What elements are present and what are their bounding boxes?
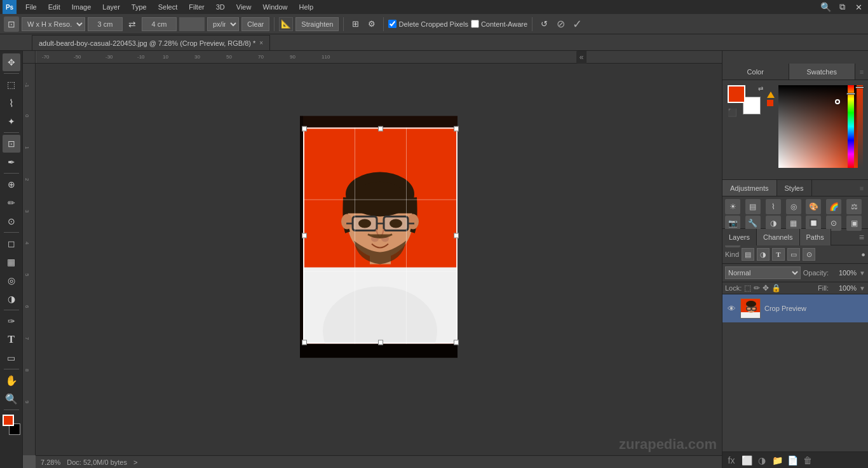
pen-tool[interactable]: ✑	[3, 312, 20, 330]
clear-button[interactable]: Clear	[241, 17, 269, 31]
web-safe-warning[interactable]	[767, 100, 775, 106]
resize-icon[interactable]: ⧉	[835, 0, 849, 14]
adj-exposure[interactable]: ◎	[786, 199, 801, 214]
alpha-slider[interactable]	[857, 85, 863, 168]
filter-vector-icon[interactable]: ▭	[787, 248, 800, 261]
document-tab[interactable]: adult-beard-boy-casual-220453.jpg @ 7.28…	[32, 35, 270, 50]
filter-text-icon[interactable]: T	[772, 248, 785, 261]
delete-cropped-checkbox[interactable]: Delete Cropped Pixels	[388, 20, 468, 28]
adj-panel-menu[interactable]: ≡	[855, 180, 868, 196]
settings-icon[interactable]: ⚙	[365, 17, 379, 31]
lock-position-icon[interactable]: ✥	[763, 284, 769, 292]
menu-image[interactable]: Image	[67, 2, 97, 12]
resolution-input[interactable]	[179, 17, 205, 31]
unit-select[interactable]: px/in	[207, 17, 239, 31]
fill-value[interactable]: 100%	[831, 284, 857, 292]
crop-tool[interactable]: ⊡	[3, 135, 20, 153]
tab-layers[interactable]: Layers	[722, 229, 757, 245]
layer-visibility-icon[interactable]: 👁	[726, 303, 736, 313]
color-saturation-brightness[interactable]	[778, 85, 858, 168]
confirm-icon[interactable]: ✓	[570, 17, 584, 31]
dodge-tool[interactable]: ◑	[3, 290, 20, 308]
eyedropper-tool[interactable]: ✒	[3, 153, 20, 171]
lock-transparent-icon[interactable]: ⬚	[744, 284, 751, 292]
bg-color-box[interactable]	[743, 97, 761, 114]
straighten-icon[interactable]: 📐	[279, 17, 293, 31]
layer-delete-icon[interactable]: 🗑	[801, 454, 814, 467]
content-aware-checkbox[interactable]: Content-Aware	[471, 20, 527, 28]
canvas-area[interactable]: -70 -50 -30 -10 10 30 50 70 90 110 -1 0 …	[23, 51, 722, 468]
fg-color-swatch[interactable]	[3, 415, 14, 426]
layer-new-icon[interactable]: 📄	[786, 454, 799, 467]
adj-curves[interactable]: ⌇	[766, 199, 781, 214]
gamut-warning[interactable]	[767, 92, 775, 98]
adj-brightness[interactable]: ☀	[725, 199, 740, 214]
menu-3d[interactable]: 3D	[211, 2, 230, 12]
grid-icon[interactable]: ⊞	[348, 17, 362, 31]
layers-panel-menu[interactable]: ≡	[855, 232, 868, 242]
adj-levels[interactable]: ▤	[745, 199, 761, 214]
adj-hsl[interactable]: 🌈	[826, 199, 841, 214]
preset-select[interactable]: W x H x Reso...	[22, 17, 85, 31]
swap-colors-icon[interactable]: ⇄	[758, 85, 763, 92]
menu-edit[interactable]: Edit	[43, 2, 65, 12]
tab-adjustments[interactable]: Adjustments	[722, 180, 777, 196]
hand-tool[interactable]: ✋	[3, 371, 20, 389]
color-picker[interactable]	[778, 85, 863, 174]
menu-type[interactable]: Type	[126, 2, 152, 12]
menu-layer[interactable]: Layer	[97, 2, 125, 12]
close-icon[interactable]: ✕	[851, 0, 865, 14]
opacity-value[interactable]: 100%	[831, 269, 857, 277]
swap-dimensions-icon[interactable]: ⇄	[125, 17, 139, 31]
move-tool[interactable]: ✥	[3, 53, 20, 71]
shape-tool[interactable]: ▭	[3, 349, 20, 367]
marquee-tool[interactable]: ⬚	[3, 76, 20, 93]
straighten-button[interactable]: Straighten	[295, 17, 339, 31]
lasso-tool[interactable]: ⌇	[3, 94, 20, 112]
lock-paint-icon[interactable]: ✏	[754, 284, 760, 292]
menu-filter[interactable]: Filter	[184, 2, 209, 12]
tab-close-btn[interactable]: ×	[259, 39, 263, 46]
width-input[interactable]	[88, 17, 123, 31]
layer-adj-icon[interactable]: ◑	[756, 454, 768, 467]
tab-paths[interactable]: Paths	[800, 229, 831, 245]
layer-fx-icon[interactable]: fx	[725, 454, 738, 467]
brush-tool[interactable]: ✏	[3, 194, 20, 212]
blur-tool[interactable]: ◎	[3, 272, 20, 289]
color-panel-menu[interactable]: ≡	[855, 64, 868, 79]
opacity-arrow[interactable]: ▼	[859, 270, 865, 277]
filter-smart-icon[interactable]: ⊙	[803, 248, 815, 261]
reset-icon[interactable]: ↺	[537, 17, 551, 31]
menu-help[interactable]: Help	[294, 2, 319, 12]
menu-file[interactable]: File	[20, 2, 42, 12]
clone-tool[interactable]: ⊙	[3, 212, 20, 230]
text-tool[interactable]: T	[3, 331, 20, 348]
doc-info-arrow[interactable]: >	[133, 458, 137, 466]
tab-swatches[interactable]: Swatches	[789, 64, 856, 79]
fill-arrow[interactable]: ▼	[859, 285, 865, 292]
menu-window[interactable]: Window	[257, 2, 292, 12]
panel-collapse-btn[interactable]: «	[576, 51, 587, 64]
height-input[interactable]	[142, 17, 177, 31]
adj-vibrance[interactable]: 🎨	[806, 199, 821, 214]
layer-group-icon[interactable]: 📁	[771, 454, 783, 467]
filter-adj-icon[interactable]: ◑	[757, 248, 770, 261]
gradient-tool[interactable]: ▦	[3, 253, 20, 271]
filter-toggle[interactable]: ●	[861, 251, 865, 258]
filter-pixel-icon[interactable]: ▤	[742, 248, 754, 261]
blend-mode-select[interactable]: Normal	[725, 266, 801, 279]
reset-colors-icon[interactable]: ⬛	[728, 108, 737, 117]
menu-select[interactable]: Select	[153, 2, 183, 12]
cancel-icon[interactable]: ⊘	[553, 17, 567, 31]
adj-colorbalance[interactable]: ⚖	[846, 199, 862, 214]
layer-mask-icon[interactable]: ⬜	[740, 454, 753, 467]
tab-styles[interactable]: Styles	[777, 180, 812, 196]
search-icon[interactable]: 🔍	[818, 0, 832, 14]
menu-view[interactable]: View	[231, 2, 257, 12]
fg-color-box[interactable]	[728, 85, 745, 103]
eraser-tool[interactable]: ◻	[3, 235, 20, 252]
lock-all-icon[interactable]: 🔒	[771, 284, 781, 292]
tab-channels[interactable]: Channels	[757, 229, 799, 245]
healing-tool[interactable]: ⊕	[3, 176, 20, 193]
layer-item-crop-preview[interactable]: 👁 Crop Preview	[722, 294, 868, 322]
